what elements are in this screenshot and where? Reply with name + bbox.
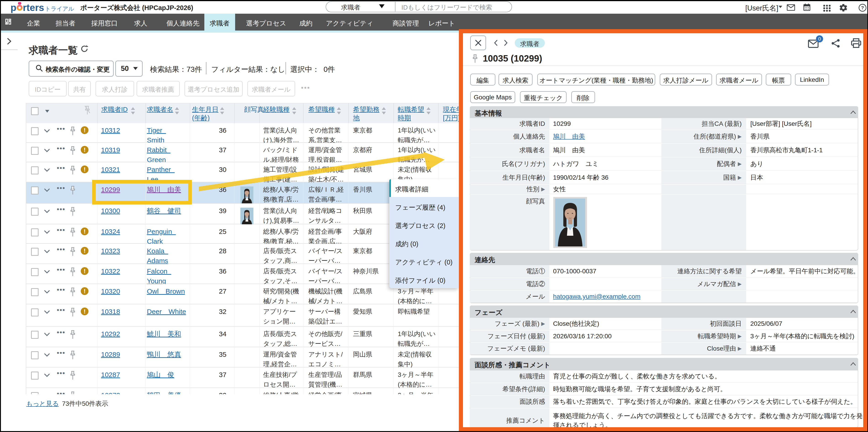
svg-text:?: ?: [861, 5, 864, 10]
